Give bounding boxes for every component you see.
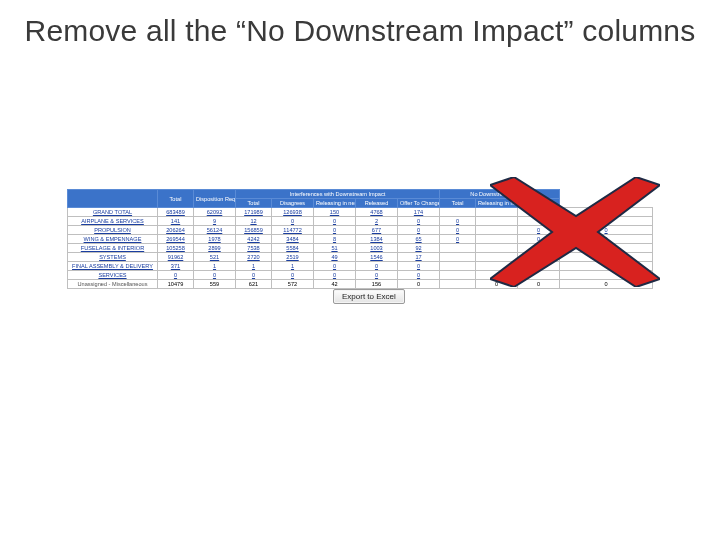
cell[interactable]: 521 <box>194 253 236 262</box>
col-n-releasing7: Releasing in next 7 days <box>476 199 518 208</box>
cell[interactable]: 0 <box>398 226 440 235</box>
cell[interactable]: 62092 <box>194 208 236 217</box>
cell[interactable]: 91962 <box>158 253 194 262</box>
cell[interactable]: 0 <box>518 262 560 271</box>
cell[interactable]: 0 <box>518 226 560 235</box>
cell <box>476 235 518 244</box>
cell <box>476 244 518 253</box>
cell[interactable]: 0 <box>440 235 476 244</box>
cell[interactable]: 0 <box>398 271 440 280</box>
table-row: FUSELAGE & INTERIOR105258289975385584511… <box>68 244 653 253</box>
cell[interactable]: 0 <box>398 262 440 271</box>
cell[interactable]: 2720 <box>236 253 272 262</box>
cell[interactable]: 4242 <box>236 235 272 244</box>
cell[interactable]: 0 <box>236 271 272 280</box>
cell[interactable]: 0 <box>158 271 194 280</box>
cell[interactable]: 0 <box>314 226 356 235</box>
cell <box>560 253 653 262</box>
cell <box>560 271 653 280</box>
cell[interactable]: 8 <box>314 235 356 244</box>
cell[interactable]: 677 <box>356 226 398 235</box>
cell[interactable]: 0 <box>194 271 236 280</box>
cell[interactable]: 0 <box>518 235 560 244</box>
row-label[interactable]: FINAL ASSEMBLY & DELIVERY <box>68 262 158 271</box>
cell[interactable]: 1978 <box>194 235 236 244</box>
cell[interactable]: 105258 <box>158 244 194 253</box>
export-to-excel-button[interactable]: Export to Excel <box>333 289 405 304</box>
cell: 0 <box>560 280 653 289</box>
cell[interactable]: 5584 <box>272 244 314 253</box>
cell[interactable]: 0 <box>440 217 476 226</box>
cell[interactable]: 56124 <box>194 226 236 235</box>
cell[interactable]: 126938 <box>272 208 314 217</box>
cell[interactable]: 0 <box>356 271 398 280</box>
cell[interactable]: 1003 <box>356 244 398 253</box>
cell[interactable]: 269544 <box>158 235 194 244</box>
cell[interactable]: 206264 <box>158 226 194 235</box>
cell[interactable]: 3484 <box>272 235 314 244</box>
cell[interactable]: 171989 <box>236 208 272 217</box>
row-label: Unassigned - Miscellaneous <box>68 280 158 289</box>
cell[interactable]: 156859 <box>236 226 272 235</box>
row-label[interactable]: SERVICES <box>68 271 158 280</box>
colgroup-interferences: Interferences with Downstream Impact <box>236 190 440 199</box>
cell[interactable]: 2899 <box>194 244 236 253</box>
cell: 42 <box>314 280 356 289</box>
cell[interactable]: 0 <box>560 226 653 235</box>
cell <box>476 208 518 217</box>
cell <box>476 271 518 280</box>
cell[interactable]: 114772 <box>272 226 314 235</box>
cell[interactable]: 0 <box>272 271 314 280</box>
cell[interactable]: 1 <box>236 262 272 271</box>
cell[interactable]: 2 <box>356 217 398 226</box>
cell[interactable]: 4768 <box>356 208 398 217</box>
table-row: WING & EMPENNAGE269544197842423484813846… <box>68 235 653 244</box>
cell[interactable]: 371 <box>158 262 194 271</box>
cell[interactable]: 49 <box>314 253 356 262</box>
table-row: AIRPLANE & SERVICES14191200200 <box>68 217 653 226</box>
cell[interactable]: 0 <box>314 262 356 271</box>
row-label[interactable]: SYSTEMS <box>68 253 158 262</box>
colgroup-no-downstream: No Downstream Impact <box>440 190 560 199</box>
cell[interactable]: 1384 <box>356 235 398 244</box>
row-label[interactable]: GRAND TOTAL <box>68 208 158 217</box>
cell[interactable]: 1546 <box>356 253 398 262</box>
cell[interactable]: 174 <box>398 208 440 217</box>
col-n-total: Total <box>440 199 476 208</box>
table-row: GRAND TOTAL68348962092171989126938150476… <box>68 208 653 217</box>
col-i-disagrees: Disagrees <box>272 199 314 208</box>
cell[interactable]: 92 <box>398 244 440 253</box>
cell[interactable]: 2519 <box>272 253 314 262</box>
cell[interactable]: 0 <box>398 217 440 226</box>
cell[interactable]: 17 <box>398 253 440 262</box>
row-label[interactable]: AIRPLANE & SERVICES <box>68 217 158 226</box>
cell[interactable]: 0 <box>272 217 314 226</box>
cell[interactable]: 0 <box>314 271 356 280</box>
cell[interactable]: 1 <box>194 262 236 271</box>
cell <box>560 244 653 253</box>
data-table-wrap: Total Disposition Required Interferences… <box>67 189 653 289</box>
col-total: Total <box>158 190 194 208</box>
cell[interactable]: 7538 <box>236 244 272 253</box>
cell[interactable]: 9 <box>194 217 236 226</box>
table-row: SYSTEMS919625212720251949154617 <box>68 253 653 262</box>
row-label[interactable]: FUSELAGE & INTERIOR <box>68 244 158 253</box>
cell[interactable]: 141 <box>158 217 194 226</box>
cell: 0 <box>398 280 440 289</box>
row-label[interactable]: WING & EMPENNAGE <box>68 235 158 244</box>
cell[interactable]: 51 <box>314 244 356 253</box>
cell[interactable]: 0 <box>314 217 356 226</box>
cell[interactable]: 12 <box>236 217 272 226</box>
cell[interactable]: 150 <box>314 208 356 217</box>
cell <box>518 217 560 226</box>
cell <box>476 226 518 235</box>
cell[interactable]: 0 <box>560 235 653 244</box>
cell[interactable]: 65 <box>398 235 440 244</box>
cell[interactable]: 0 <box>356 262 398 271</box>
cell[interactable]: 683489 <box>158 208 194 217</box>
cell[interactable]: 0 <box>440 226 476 235</box>
cell[interactable]: 1 <box>272 262 314 271</box>
row-label[interactable]: PROPULSION <box>68 226 158 235</box>
col-i-released: Released <box>356 199 398 208</box>
table-header-row-1: Total Disposition Required Interferences… <box>68 190 653 199</box>
